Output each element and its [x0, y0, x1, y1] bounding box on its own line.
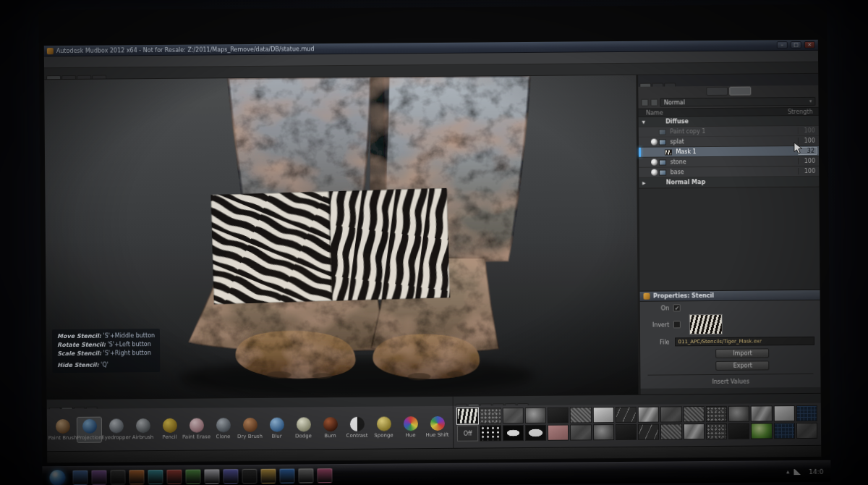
stencil-thumbnail[interactable]	[660, 406, 681, 422]
taskbar-clock[interactable]: 14:0	[809, 468, 823, 475]
stencil-thumbnail[interactable]	[728, 423, 749, 439]
stencil-thumbnail[interactable]	[525, 408, 546, 423]
tool-button[interactable]: Hue	[398, 414, 423, 440]
stencil-thumbnail[interactable]	[592, 424, 613, 440]
menu-item[interactable]	[47, 61, 56, 64]
tool-button[interactable]: Sponge	[371, 414, 396, 440]
tool-button[interactable]: Paint Brush	[50, 417, 75, 443]
stencil-thumbnail[interactable]: Off	[457, 426, 478, 442]
taskbar-app-icon[interactable]	[317, 468, 332, 483]
import-button[interactable]: Import	[716, 348, 770, 358]
stencil-thumbnail[interactable]	[796, 423, 817, 439]
tool-button[interactable]: Dodge	[291, 415, 316, 441]
layer-expand-toggle[interactable]: ▼	[640, 119, 647, 125]
menu-item[interactable]	[73, 60, 82, 63]
layer-row[interactable]: Paint copy 1 100	[639, 126, 819, 138]
tool-button[interactable]: Airbrush	[130, 416, 156, 442]
tool-button[interactable]: Eyedropper	[103, 416, 129, 442]
stencil-thumbnail[interactable]	[548, 408, 569, 423]
view-tab[interactable]	[46, 75, 61, 79]
stencil-thumbnail[interactable]	[457, 408, 478, 424]
maximize-button[interactable]: □	[791, 41, 801, 48]
stencil-thumbnail[interactable]	[502, 425, 523, 441]
tool-button[interactable]: Projection	[77, 417, 102, 443]
stencil-thumbnail[interactable]	[638, 424, 659, 440]
taskbar-app-icon[interactable]	[204, 468, 219, 484]
stencil-thumbnail[interactable]	[616, 424, 637, 440]
tool-button[interactable]: Paint Erase	[184, 416, 209, 442]
tool-button[interactable]: Contrast	[344, 415, 370, 441]
layer-strength-value[interactable]: 100	[798, 158, 817, 164]
stencil-thumbnail[interactable]	[796, 405, 817, 421]
mode-button[interactable]	[729, 87, 751, 96]
view-tab[interactable]	[61, 75, 76, 79]
menu-item[interactable]	[90, 60, 99, 63]
blend-mode-dropdown[interactable]: Normal ▾	[660, 97, 816, 107]
network-icon[interactable]	[793, 469, 800, 475]
stencil-thumbnail[interactable]	[592, 407, 613, 423]
menu-item[interactable]	[116, 60, 125, 63]
start-button[interactable]	[49, 470, 65, 485]
stencil-thumbnail[interactable]	[728, 406, 749, 422]
new-layer-icon[interactable]	[642, 99, 649, 106]
menu-item[interactable]	[64, 60, 73, 63]
menu-item[interactable]	[108, 60, 116, 63]
stencil-thumbnail[interactable]	[638, 407, 659, 423]
stencil-thumbnail[interactable]	[773, 405, 794, 421]
stencil-thumbnail[interactable]	[751, 405, 772, 421]
tool-button[interactable]: Pencil	[157, 416, 182, 442]
taskbar-app-icon[interactable]	[185, 469, 200, 484]
delete-layer-icon[interactable]	[651, 99, 658, 106]
taskbar-app-icon[interactable]	[223, 468, 238, 484]
menu-item[interactable]	[99, 60, 108, 63]
stencil-thumbnail[interactable]	[705, 406, 726, 422]
view-tab[interactable]	[77, 75, 91, 79]
stencil-preview-thumbnail[interactable]	[689, 314, 723, 334]
taskbar-app-icon[interactable]	[91, 470, 106, 485]
layer-visibility-icon[interactable]	[652, 159, 658, 166]
tool-button[interactable]: Blur	[264, 416, 289, 442]
stencil-thumbnail[interactable]	[706, 423, 727, 439]
tool-button[interactable]: Burn	[318, 415, 343, 441]
stencil-on-checkbox[interactable]: ✓	[673, 304, 681, 311]
minimize-button[interactable]: –	[777, 41, 788, 48]
stencil-file-field[interactable]: 011_APC/Stencils/Tiger_Mask.exr	[675, 337, 814, 347]
tray-up-arrow-icon[interactable]: ▴	[786, 468, 789, 475]
stencil-thumbnail[interactable]	[683, 406, 704, 422]
properties-header[interactable]: Properties: Stencil	[640, 290, 820, 302]
tool-button[interactable]: Hue Shift	[425, 414, 450, 440]
taskbar-app-icon[interactable]	[298, 468, 313, 483]
layer-expand-toggle[interactable]: ▶	[641, 180, 647, 185]
taskbar-app-icon[interactable]	[148, 469, 163, 484]
menu-item[interactable]	[125, 60, 134, 63]
insert-values-section[interactable]: Insert Values	[712, 379, 749, 385]
layer-strength-value[interactable]: 100	[798, 127, 817, 134]
taskbar-app-icon[interactable]	[72, 470, 88, 485]
taskbar-app-icon[interactable]	[260, 468, 276, 484]
mode-button[interactable]	[706, 87, 728, 96]
3d-viewport[interactable]: Move Stencil: 'S'+Middle button Rotate S…	[44, 75, 639, 399]
view-tab[interactable]	[92, 75, 106, 79]
taskbar-app-icon[interactable]	[110, 469, 125, 484]
layer-visibility-icon[interactable]	[652, 169, 658, 176]
stencil-invert-checkbox[interactable]	[673, 321, 681, 328]
stencil-thumbnail[interactable]	[480, 408, 501, 423]
tool-button[interactable]: Clone	[210, 416, 236, 442]
stencil-thumbnail[interactable]	[570, 424, 591, 440]
stencil-thumbnail[interactable]	[480, 425, 501, 441]
stencil-thumbnail[interactable]	[570, 407, 591, 423]
stencil-thumbnail[interactable]	[660, 423, 681, 439]
stencil-thumbnail[interactable]	[773, 423, 794, 439]
taskbar-app-icon[interactable]	[242, 468, 257, 484]
stencil-thumbnail[interactable]	[616, 407, 637, 423]
export-button[interactable]: Export	[716, 360, 770, 371]
close-button[interactable]: ✕	[804, 41, 815, 48]
stencil-thumbnail[interactable]	[751, 423, 772, 439]
taskbar-app-icon[interactable]	[166, 469, 182, 484]
layer-visibility-icon[interactable]	[651, 139, 658, 146]
stencil-thumbnail[interactable]	[548, 425, 569, 441]
menu-item[interactable]	[82, 60, 90, 63]
tool-button[interactable]: Dry Brush	[237, 416, 263, 442]
taskbar-app-icon[interactable]	[279, 468, 294, 484]
stencil-thumbnail[interactable]	[502, 408, 523, 423]
